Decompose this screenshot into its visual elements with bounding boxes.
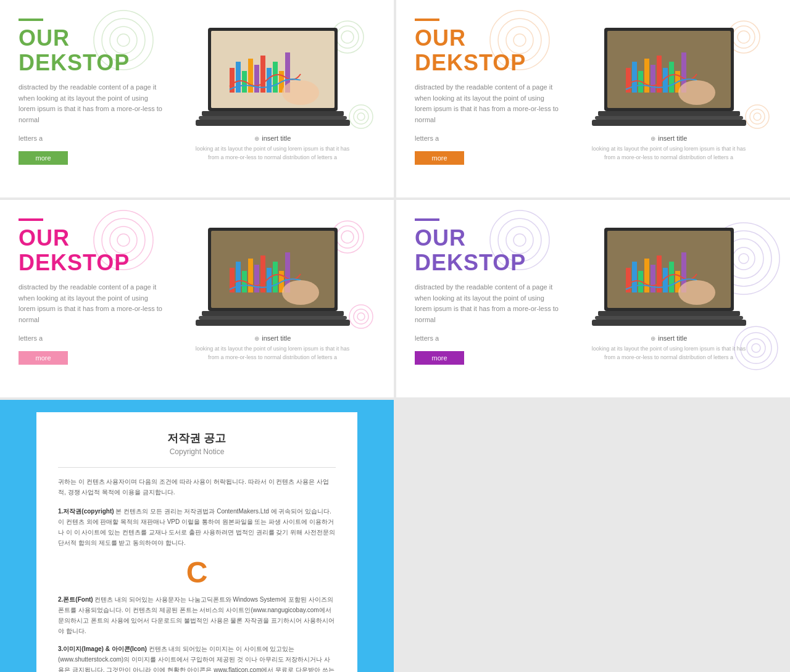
copyright-item-1: 1.저작권(copyright) 본 컨텐츠의 모든 권리는 저작권법과 Con… bbox=[58, 506, 336, 548]
caption-desc-orange: looking at its layout the point of using… bbox=[589, 145, 749, 162]
copyright-divider bbox=[58, 467, 336, 468]
laptop-green: ⊕ insert title looking at its layout the… bbox=[193, 25, 353, 162]
card-right-purple: ⊕ insert title looking at its layout the… bbox=[563, 218, 775, 362]
accent-line-green bbox=[19, 19, 43, 21]
more-button-green[interactable]: more bbox=[19, 151, 68, 165]
copyright-section1: 1.저작권(copyright) 본 컨텐츠의 모든 권리는 저작권법과 Con… bbox=[58, 506, 336, 548]
svg-rect-105 bbox=[598, 311, 740, 316]
card-body-purple: distracted by the readable content of a … bbox=[415, 282, 563, 325]
card-body-pink: distracted by the readable content of a … bbox=[19, 282, 167, 325]
svg-point-76 bbox=[349, 305, 373, 328]
caption-desc-purple: looking at its layout the point of using… bbox=[589, 345, 749, 362]
svg-rect-97 bbox=[644, 259, 649, 292]
caption-desc-pink: looking at its layout the point of using… bbox=[193, 345, 353, 362]
svg-rect-49 bbox=[592, 120, 746, 126]
insert-icon-pink: ⊕ bbox=[254, 335, 259, 342]
laptop-svg-orange bbox=[589, 25, 749, 127]
c-letter: C bbox=[58, 555, 336, 589]
accent-line-purple bbox=[415, 218, 439, 221]
laptop-caption-pink: ⊕ insert title bbox=[193, 332, 353, 343]
svg-point-72 bbox=[282, 280, 319, 305]
card-body-orange: distracted by the readable content of a … bbox=[415, 82, 563, 125]
svg-rect-63 bbox=[236, 262, 241, 292]
card-title-orange: OUR DEKSTOP bbox=[415, 26, 563, 75]
card-purple: OUR DEKSTOP distracted by the readable c… bbox=[396, 200, 790, 397]
svg-point-50 bbox=[746, 105, 769, 128]
svg-rect-74 bbox=[199, 316, 347, 320]
laptop-orange: ⊕ insert title looking at its layout the… bbox=[589, 25, 749, 162]
laptop-svg-purple bbox=[589, 225, 749, 326]
copyright-section2: 2.폰트(Font) 컨텐츠 내의 되어있는 사용문자는 나눔고딕폰트와 Win… bbox=[58, 594, 336, 636]
svg-rect-47 bbox=[598, 111, 740, 116]
laptop-svg-green bbox=[193, 25, 353, 127]
laptop-pink: ⊕ insert title looking at its layout the… bbox=[193, 225, 353, 362]
card-left-pink: OUR DEKSTOP distracted by the readable c… bbox=[19, 218, 167, 365]
card-right-pink: ⊕ insert title looking at its layout the… bbox=[167, 218, 378, 362]
laptop-caption-purple: ⊕ insert title bbox=[589, 332, 749, 343]
card-left-purple: OUR DEKSTOP distracted by the readable c… bbox=[415, 218, 563, 365]
insert-icon-purple: ⊕ bbox=[651, 335, 655, 342]
card-right-orange: ⊕ insert title looking at its layout the… bbox=[563, 19, 775, 162]
svg-rect-107 bbox=[592, 320, 746, 326]
svg-rect-69 bbox=[273, 262, 278, 292]
svg-point-52 bbox=[754, 113, 761, 120]
svg-rect-75 bbox=[196, 320, 350, 326]
laptop-svg-pink bbox=[193, 225, 353, 326]
svg-point-51 bbox=[750, 109, 765, 124]
card-suffix-purple: letters a bbox=[415, 333, 563, 344]
card-title-green: OUR DEKSTOP bbox=[19, 26, 167, 75]
accent-line-pink bbox=[19, 218, 43, 221]
insert-title-green: insert title bbox=[262, 135, 291, 142]
card-title-pink: OUR DEKSTOP bbox=[19, 226, 167, 275]
svg-point-77 bbox=[354, 309, 368, 324]
svg-rect-22 bbox=[199, 116, 347, 120]
svg-rect-98 bbox=[651, 265, 655, 292]
copyright-item-2: 2.폰트(Font) 컨텐츠 내의 되어있는 사용문자는 나눔고딕폰트와 Win… bbox=[58, 594, 336, 636]
card-left-green: OUR DEKSTOP distracted by the readable c… bbox=[19, 19, 167, 165]
svg-point-20 bbox=[282, 80, 319, 105]
copyright-section3: 3.이미지(Image) & 아이콘(Icon) 컨텐츠 내의 되어있는 이미지… bbox=[58, 644, 336, 672]
svg-rect-106 bbox=[595, 316, 743, 320]
copyright-paper: 저작권 공고 Copyright Notice 귀하는 이 컨텐츠 사용자이며 … bbox=[36, 412, 357, 672]
card-orange: OUR DEKSTOP distracted by the readable c… bbox=[396, 0, 790, 197]
card-suffix-pink: letters a bbox=[19, 333, 167, 344]
accent-line-orange bbox=[415, 19, 439, 21]
svg-rect-23 bbox=[196, 120, 350, 126]
circles-br-green bbox=[347, 103, 375, 131]
svg-rect-11 bbox=[236, 62, 241, 93]
more-button-orange[interactable]: more bbox=[415, 151, 464, 165]
more-button-pink[interactable]: more bbox=[19, 351, 68, 365]
copyright-section: 저작권 공고 Copyright Notice 귀하는 이 컨텐츠 사용자이며 … bbox=[0, 400, 394, 672]
card-right-green: ⊕ insert title looking at its layout the… bbox=[167, 19, 378, 162]
empty-right-area bbox=[396, 400, 790, 672]
insert-title-orange: insert title bbox=[658, 135, 687, 142]
circles-br-orange bbox=[744, 103, 771, 131]
svg-rect-17 bbox=[273, 62, 278, 93]
laptop-caption-green: ⊕ insert title bbox=[193, 132, 353, 143]
more-button-purple[interactable]: more bbox=[415, 351, 464, 365]
svg-point-26 bbox=[357, 113, 365, 120]
copyright-title-kr: 저작권 공고 bbox=[58, 431, 336, 446]
card-body-green: distracted by the readable content of a … bbox=[19, 82, 167, 125]
circles-br-pink bbox=[347, 303, 375, 331]
svg-rect-43 bbox=[669, 62, 674, 93]
svg-rect-66 bbox=[254, 265, 259, 292]
svg-rect-14 bbox=[254, 65, 259, 93]
svg-rect-21 bbox=[202, 111, 344, 116]
copyright-item-3: 3.이미지(Image) & 아이콘(Icon) 컨텐츠 내의 되어있는 이미지… bbox=[58, 644, 336, 672]
insert-icon-orange: ⊕ bbox=[651, 135, 655, 142]
card-left-orange: OUR DEKSTOP distracted by the readable c… bbox=[415, 19, 563, 165]
card-pink: OUR DEKSTOP distracted by the readable c… bbox=[0, 200, 394, 397]
svg-rect-39 bbox=[644, 59, 649, 93]
svg-point-78 bbox=[357, 313, 365, 320]
svg-rect-48 bbox=[595, 116, 743, 120]
svg-point-46 bbox=[678, 80, 715, 105]
insert-title-pink: insert title bbox=[262, 334, 291, 342]
svg-rect-13 bbox=[248, 59, 253, 93]
svg-point-25 bbox=[354, 109, 368, 124]
laptop-purple: ⊕ insert title looking at its layout the… bbox=[589, 225, 749, 362]
insert-title-purple: insert title bbox=[658, 334, 687, 342]
svg-rect-65 bbox=[248, 259, 253, 292]
card-title-purple: OUR DEKSTOP bbox=[415, 226, 563, 275]
svg-rect-101 bbox=[669, 262, 674, 292]
